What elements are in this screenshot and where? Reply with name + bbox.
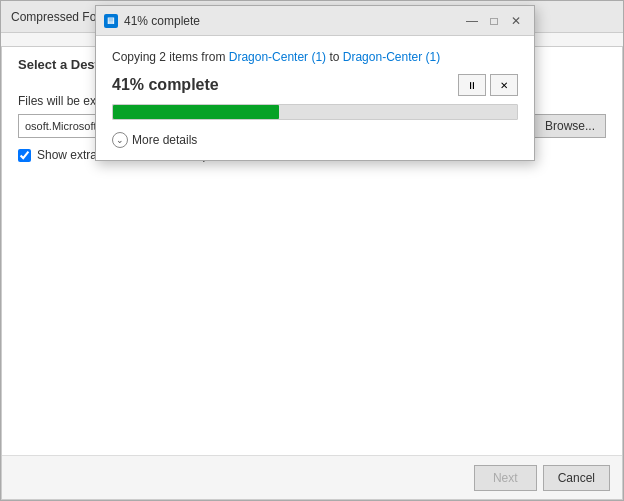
pause-button[interactable]: ⏸ (458, 74, 486, 96)
pause-icon: ⏸ (467, 80, 477, 91)
browse-button[interactable]: Browse... (534, 114, 606, 138)
popup-title: 41% complete (124, 14, 456, 28)
progress-bar-container (112, 104, 518, 120)
popup-titlebar: ▤ 41% complete — □ ✕ (96, 6, 534, 36)
maximize-button[interactable]: □ (484, 11, 504, 31)
stop-button[interactable]: ✕ (490, 74, 518, 96)
to-text: to (326, 50, 343, 64)
dialog-footer: Next Cancel (2, 455, 622, 499)
cancel-button[interactable]: Cancel (543, 465, 610, 491)
progress-header-row: 41% complete ⏸ ✕ (112, 74, 518, 96)
stop-icon: ✕ (500, 80, 508, 91)
show-files-checkbox[interactable] (18, 149, 31, 162)
popup-app-icon: ▤ (104, 14, 118, 28)
progress-bar-fill (113, 105, 279, 119)
progress-percent-label: 41% complete (112, 76, 219, 94)
popup-body: Copying 2 items from Dragon-Center (1) t… (96, 36, 534, 160)
close-button[interactable]: ✕ (506, 11, 526, 31)
more-details-label: More details (132, 133, 197, 147)
copy-description: Copying 2 items from Dragon-Center (1) t… (112, 50, 518, 64)
minimize-button[interactable]: — (462, 11, 482, 31)
popup-title-controls: — □ ✕ (462, 11, 526, 31)
more-details-row[interactable]: ⌄ More details (112, 130, 518, 150)
copy-prefix: Copying 2 items from (112, 50, 229, 64)
progress-popup: ▤ 41% complete — □ ✕ Copying 2 items fro… (95, 5, 535, 161)
next-button[interactable]: Next (474, 465, 537, 491)
chevron-down-icon: ⌄ (112, 132, 128, 148)
source-link[interactable]: Dragon-Center (1) (229, 50, 326, 64)
progress-controls: ⏸ ✕ (458, 74, 518, 96)
dest-link[interactable]: Dragon-Center (1) (343, 50, 440, 64)
